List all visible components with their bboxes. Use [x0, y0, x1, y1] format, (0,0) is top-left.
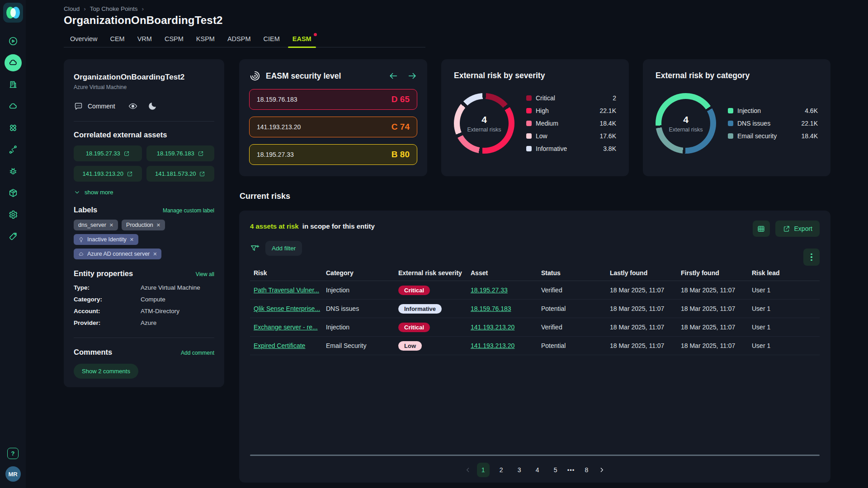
risks-table: Risk Category External risk severity Ass…: [250, 265, 820, 355]
table-row[interactable]: Exchange server - re... Injection Critic…: [250, 318, 820, 337]
tab-easm[interactable]: EASM: [286, 32, 318, 47]
add-filter-button[interactable]: Add filter: [265, 241, 302, 256]
tab-adspm[interactable]: ADSPM: [221, 32, 257, 47]
asset-chip[interactable]: 141.181.573.20: [146, 166, 215, 182]
label-chip[interactable]: Inactive Identity✕: [74, 234, 138, 245]
pagination-ellipsis[interactable]: •••: [567, 467, 575, 474]
app-window: ? MR Cloud › Top Choke Points › Organiza…: [0, 0, 868, 488]
tab-kspm[interactable]: KSPM: [190, 32, 221, 47]
table-view-button[interactable]: [753, 221, 770, 237]
security-grade-row[interactable]: 18.159.76.183D 65: [249, 89, 417, 110]
play-circle-icon[interactable]: [8, 36, 18, 46]
gear-icon[interactable]: [8, 210, 18, 220]
add-filter-icon[interactable]: [250, 244, 260, 253]
asset-link[interactable]: 141.193.213.20: [471, 342, 514, 349]
risk-link[interactable]: Expired Certificate: [254, 342, 305, 349]
page-button[interactable]: 2: [495, 463, 508, 477]
route-icon[interactable]: [8, 145, 18, 155]
asset-chip[interactable]: 18.195.27.33: [74, 145, 142, 161]
chevron-down-icon: [74, 189, 80, 196]
cloud-outline-icon[interactable]: [8, 101, 18, 111]
comments-heading: Comments: [74, 348, 112, 357]
risk-link[interactable]: Qlik Sense Enterprise...: [254, 305, 320, 312]
breadcrumb-item[interactable]: Top Choke Points: [90, 5, 138, 12]
logo-shape: [10, 8, 16, 17]
risk-link[interactable]: Exchange server - re...: [254, 324, 318, 331]
export-icon: [783, 225, 790, 233]
page-button[interactable]: 3: [513, 463, 526, 477]
moon-icon[interactable]: [148, 102, 157, 111]
kebab-menu-button[interactable]: [803, 249, 820, 266]
category-donut-chart: 4 External risks: [656, 93, 716, 154]
external-link-icon: [198, 150, 204, 157]
remove-label-icon[interactable]: ✕: [153, 251, 157, 257]
building-icon[interactable]: [8, 80, 18, 89]
export-button[interactable]: Export: [775, 221, 820, 237]
bug-icon[interactable]: [8, 166, 18, 176]
page-button[interactable]: 8: [580, 463, 593, 477]
asset-link[interactable]: 18.195.27.33: [471, 286, 508, 294]
breadcrumb-item[interactable]: Cloud: [64, 5, 80, 12]
easm-card-title: EASM security level: [266, 71, 341, 81]
external-link-icon: [127, 171, 133, 177]
bulb-icon: [78, 237, 84, 243]
label-chip[interactable]: dns_server✕: [74, 220, 118, 230]
legend-item: Low17.6K: [526, 131, 616, 141]
tab-ciem[interactable]: CIEM: [257, 32, 286, 47]
app-logo[interactable]: [3, 3, 23, 23]
help-icon[interactable]: ?: [7, 448, 19, 459]
tab-cspm[interactable]: CSPM: [158, 32, 190, 47]
page-button[interactable]: 4: [531, 463, 544, 477]
entity-panel: OrganizationOnBoardingTest2 Azure Virtua…: [64, 59, 224, 387]
eye-icon[interactable]: [128, 101, 138, 111]
remove-label-icon[interactable]: ✕: [109, 222, 113, 228]
arrow-left-icon[interactable]: [388, 71, 398, 81]
table-row[interactable]: Path Traversal Vulner... Injection Criti…: [250, 281, 820, 300]
entity-properties-heading: Entity properties: [74, 269, 133, 278]
package-icon[interactable]: [8, 188, 18, 198]
label-chip[interactable]: Azure AD connect server✕: [74, 249, 161, 259]
tab-overview[interactable]: Overview: [64, 32, 104, 47]
tab-vrm[interactable]: VRM: [131, 32, 158, 47]
external-link-icon: [199, 171, 205, 177]
asset-link[interactable]: 141.193.213.20: [471, 324, 514, 331]
previous-page-button[interactable]: [464, 466, 472, 474]
comment-button[interactable]: Comment: [88, 103, 115, 110]
remove-label-icon[interactable]: ✕: [156, 222, 160, 228]
tag-icon[interactable]: [8, 231, 18, 241]
risk-link[interactable]: Path Traversal Vulner...: [254, 286, 319, 294]
manage-custom-label-link[interactable]: Manage custom label: [163, 207, 214, 214]
asset-chip[interactable]: 18.159.76.183: [146, 145, 215, 161]
external-link-icon: [123, 150, 130, 157]
tab-cem[interactable]: CEM: [104, 32, 131, 47]
legend-item: Critical2: [526, 93, 616, 103]
security-grade-row[interactable]: 141.193.213.20C 74: [249, 117, 417, 137]
sidebar-item-cloud-active[interactable]: [5, 54, 22, 71]
page-button[interactable]: 1: [477, 463, 490, 477]
arrow-right-icon[interactable]: [407, 71, 417, 81]
property-row: Account:ATM-Directory: [74, 308, 214, 315]
donut-center-value: 4: [481, 114, 487, 125]
label-chip[interactable]: Production✕: [122, 220, 165, 230]
comment-bubble-icon[interactable]: [74, 102, 83, 111]
security-grade-row[interactable]: 18.195.27.33B 80: [249, 144, 417, 165]
table-row[interactable]: Qlik Sense Enterprise... DNS issues Info…: [250, 300, 820, 318]
property-row: Type:Azure Virtual Machine: [74, 284, 214, 291]
page-button[interactable]: 5: [549, 463, 562, 477]
severity-badge: Critical: [398, 323, 430, 332]
donut-center-label: External risks: [467, 127, 501, 133]
asset-chip[interactable]: 141.193.213.20: [74, 166, 142, 182]
asset-link[interactable]: 18.159.76.183: [471, 305, 511, 312]
show-more-button[interactable]: show more: [74, 189, 214, 196]
risk-by-category-card: External risk by category 4 External ris…: [643, 59, 830, 176]
user-avatar[interactable]: MR: [5, 466, 21, 482]
severity-badge: Informative: [398, 304, 442, 314]
show-comments-button[interactable]: Show 2 comments: [74, 364, 138, 379]
next-page-button[interactable]: [598, 466, 605, 474]
add-comment-link[interactable]: Add comment: [181, 350, 214, 356]
table-row[interactable]: Expired Certificate Email Security Low 1…: [250, 337, 820, 355]
view-all-link[interactable]: View all: [196, 271, 214, 277]
patch-crossed-icon[interactable]: [8, 123, 18, 133]
remove-label-icon[interactable]: ✕: [130, 237, 134, 243]
horizontal-scrollbar[interactable]: [250, 455, 820, 456]
